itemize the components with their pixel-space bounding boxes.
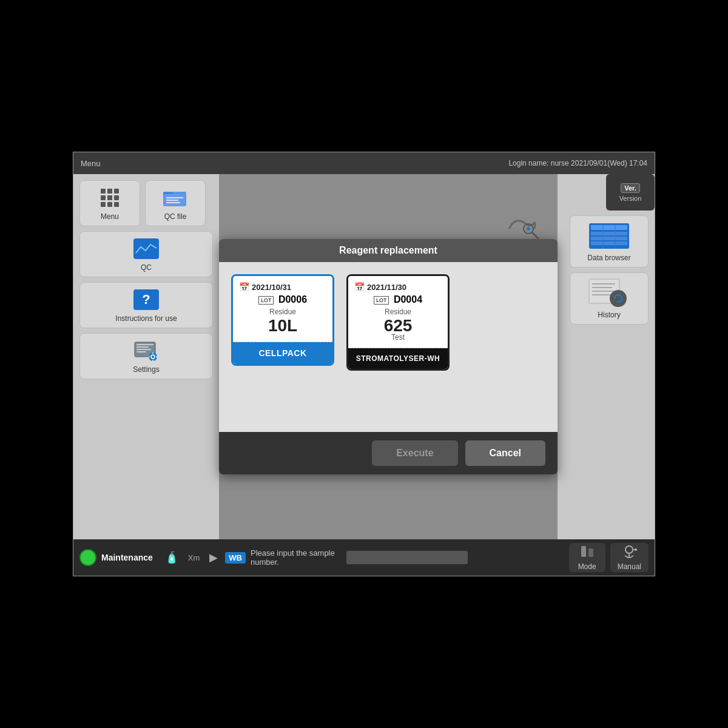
manual-icon [621,545,637,561]
stromatolyser-lot: D0004 [394,294,422,305]
calendar-icon: 📅 [239,282,249,292]
sample-input-bar [346,551,468,564]
grid-icon [95,186,125,210]
svg-point-32 [610,290,627,307]
cellpack-date: 📅 2021/10/31 [239,282,326,292]
mode-label: Mode [578,562,596,571]
lot-badge-strom: LOT [374,296,389,305]
svg-rect-10 [136,351,146,352]
stromatolyser-residue-unit: Test [354,333,442,342]
stromatolyser-residue-label: Residue [354,308,442,316]
modal-dialog: Reagent replacement 📅 2021/10/31 LOT [219,239,558,474]
maintenance-label: Maintenance [101,553,153,562]
sidebar-qc-label: QC [141,263,152,272]
right-sidebar: Ver. Version Data browser [558,174,655,539]
mode-button[interactable]: Mode [569,543,605,572]
sidebar-item-qc[interactable]: QC [79,231,213,277]
history-label: History [598,311,620,319]
mode-icon [580,545,595,561]
barcode-scanner-area [503,239,539,247]
center-area: Reagent replacement 📅 2021/10/31 LOT [219,174,558,539]
svg-rect-34 [581,546,586,557]
arrow-icon: ▶ [207,550,220,565]
help-icon: ? [131,288,161,312]
stromatolyser-date: 📅 2021/11/30 [354,282,442,292]
svg-rect-7 [136,344,153,345]
status-indicator [79,549,96,566]
svg-point-11 [149,352,157,361]
cellpack-lot: D0006 [278,294,307,305]
calendar-icon-2: 📅 [354,282,365,292]
cellpack-name: CELLPACK [233,342,332,364]
execute-button[interactable]: Execute [372,440,457,466]
topbar-info: Login name: nurse 2021/09/01(Wed) 17:04 [508,159,647,167]
sidebar-qcfile-label: QC file [164,212,187,221]
manual-label: Manual [618,562,641,571]
main-area: Menu QC file [73,174,655,539]
history-icon [588,278,630,308]
version-label: Version [619,195,642,202]
data-browser-label: Data browser [587,254,630,262]
version-badge: Ver. [621,183,640,193]
bottombar: Maintenance 🧴 Xm ▶ WB Please input the s… [73,539,655,576]
table-icon [588,221,630,251]
svg-rect-9 [136,349,151,350]
wb-badge: WB [225,552,246,564]
cellpack-residue-label: Residue [239,308,326,316]
chart-icon [131,237,161,261]
settings-icon [131,339,161,363]
manual-button[interactable]: Manual [610,543,649,572]
svg-point-36 [625,546,633,553]
modal-body: 📅 2021/10/31 LOT D0006 Residue 10L [219,262,558,432]
version-button[interactable]: Ver. Version [606,174,655,211]
reagent-card-cellpack[interactable]: 📅 2021/10/31 LOT D0006 Residue 10L [231,274,334,366]
sidebar: Menu QC file [73,174,219,539]
svg-rect-24 [591,241,627,245]
cellpack-residue-value: 10L [239,316,326,335]
reagent-card-stromatolyser[interactable]: 📅 2021/11/30 LOT D0004 Residue 625 Test [346,274,450,371]
svg-line-39 [629,556,633,558]
barcode-scanner-icon [503,239,539,247]
svg-rect-22 [591,232,627,235]
modal-footer: Execute Cancel [219,432,558,474]
sidebar-item-data-browser[interactable]: Data browser [570,215,649,268]
lot-badge-cellpack: LOT [258,296,274,305]
svg-rect-8 [136,346,149,348]
cancel-button[interactable]: Cancel [465,440,545,466]
topbar-menu-label: Menu [81,159,101,168]
sidebar-settings-label: Settings [133,365,159,374]
sidebar-instructions-label: Instructions for use [115,314,177,323]
sidebar-item-settings[interactable]: Settings [79,333,213,379]
xm-icon: Xm [186,552,203,564]
stromatolyser-name: STROMATOLYSER-WH [348,348,448,369]
svg-line-38 [625,556,629,558]
svg-rect-21 [591,225,627,230]
svg-rect-35 [588,548,593,557]
sidebar-item-menu[interactable]: Menu [79,180,140,226]
modal-overlay: Reagent replacement 📅 2021/10/31 LOT [219,174,558,539]
svg-rect-23 [591,237,627,240]
bottle-icon: 🧴 [163,550,181,565]
sidebar-item-instructions[interactable]: ? Instructions for use [79,282,213,328]
sidebar-item-qcfile[interactable]: QC file [145,180,206,226]
stromatolyser-info: 📅 2021/11/30 LOT D0004 Residue 625 Test [348,276,448,348]
status-message: Please input the sample number. [251,548,342,567]
folder-icon [160,186,190,210]
sidebar-item-history[interactable]: History [570,272,649,325]
sidebar-menu-label: Menu [101,212,119,221]
cellpack-info: 📅 2021/10/31 LOT D0006 Residue 10L [233,276,332,342]
sidebar-top-row: Menu QC file [79,180,213,226]
topbar: Menu Login name: nurse 2021/09/01(Wed) 1… [73,152,655,174]
